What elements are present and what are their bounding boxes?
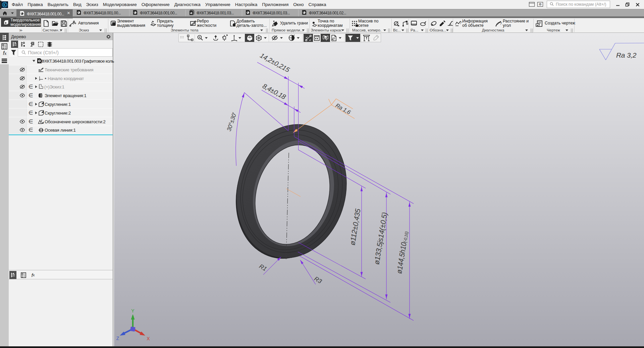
svg-text:8,4±0,18: 8,4±0,18 [261,82,287,100]
svg-text:X: X [147,336,150,341]
svg-text:Ra 3,2: Ra 3,2 [616,51,637,59]
svg-text:?: ? [500,21,502,25]
svg-text:Y: Y [131,308,135,314]
svg-text:ø144,5h10(-0,16): ø144,5h10(-0,16) [395,231,410,274]
svg-text:Z: Z [116,336,119,341]
svg-text:ø112±0,435: ø112±0,435 [348,208,362,246]
svg-text:30°±30': 30°±30' [225,112,238,132]
svg-text:?: ? [460,21,462,25]
svg-text:R1: R1 [258,263,268,273]
svg-text:Ra 1,6: Ra 1,6 [334,102,352,116]
svg-text:R3: R3 [313,275,323,285]
svg-text:14,2±0,215: 14,2±0,215 [259,52,291,74]
